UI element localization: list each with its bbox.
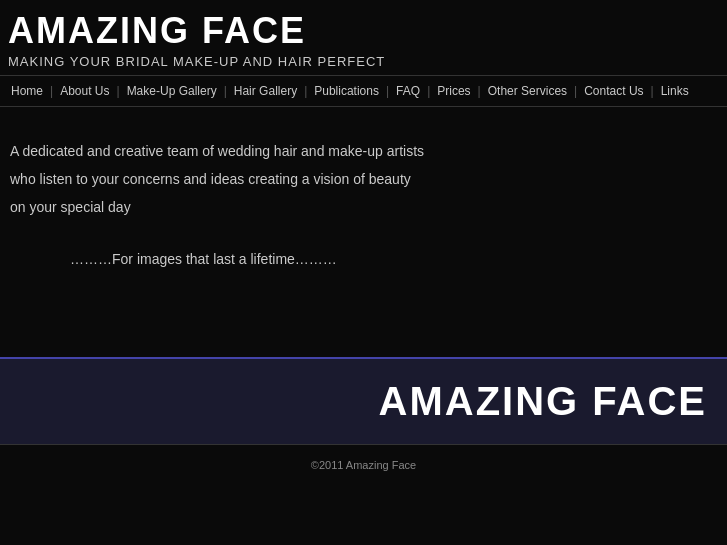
- spacer: [0, 327, 727, 347]
- nav-link-contact-us[interactable]: Contact Us: [577, 76, 650, 106]
- main-nav: Home|About Us|Make-Up Gallery|Hair Galle…: [0, 76, 727, 107]
- nav-link-faq[interactable]: FAQ: [389, 76, 427, 106]
- nav-item-links: Links: [654, 76, 696, 106]
- nav-link-hair-gallery[interactable]: Hair Gallery: [227, 76, 304, 106]
- nav-item-other-services: Other Services: [481, 76, 574, 106]
- main-content: A dedicated and creative team of wedding…: [0, 107, 727, 327]
- nav-item-prices: Prices: [430, 76, 477, 106]
- nav-list: Home|About Us|Make-Up Gallery|Hair Galle…: [0, 76, 727, 106]
- nav-item-hair-gallery: Hair Gallery: [227, 76, 304, 106]
- tagline: ………For images that last a lifetime………: [70, 251, 717, 267]
- nav-item-contact-us: Contact Us: [577, 76, 650, 106]
- nav-link-prices[interactable]: Prices: [430, 76, 477, 106]
- footer-bottom: ©2011 Amazing Face: [0, 444, 727, 483]
- nav-item-make-up-gallery: Make-Up Gallery: [120, 76, 224, 106]
- nav-link-make-up-gallery[interactable]: Make-Up Gallery: [120, 76, 224, 106]
- nav-item-about-us: About Us: [53, 76, 116, 106]
- footer-banner: AMAZING FACE: [0, 357, 727, 444]
- nav-link-home[interactable]: Home: [4, 76, 50, 106]
- nav-link-publications[interactable]: Publications: [307, 76, 386, 106]
- nav-link-about-us[interactable]: About Us: [53, 76, 116, 106]
- nav-item-publications: Publications: [307, 76, 386, 106]
- nav-link-links[interactable]: Links: [654, 76, 696, 106]
- site-subtitle: MAKING YOUR BRIDAL MAKE-UP AND HAIR PERF…: [8, 54, 719, 69]
- nav-item-home: Home: [4, 76, 50, 106]
- nav-item-faq: FAQ: [389, 76, 427, 106]
- copyright-text: ©2011 Amazing Face: [311, 459, 416, 471]
- site-header: AMAZING FACE MAKING YOUR BRIDAL MAKE-UP …: [0, 0, 727, 76]
- site-title: AMAZING FACE: [8, 10, 719, 52]
- footer-logo: AMAZING FACE: [20, 379, 707, 424]
- intro-text: A dedicated and creative team of wedding…: [10, 137, 430, 221]
- nav-link-other-services[interactable]: Other Services: [481, 76, 574, 106]
